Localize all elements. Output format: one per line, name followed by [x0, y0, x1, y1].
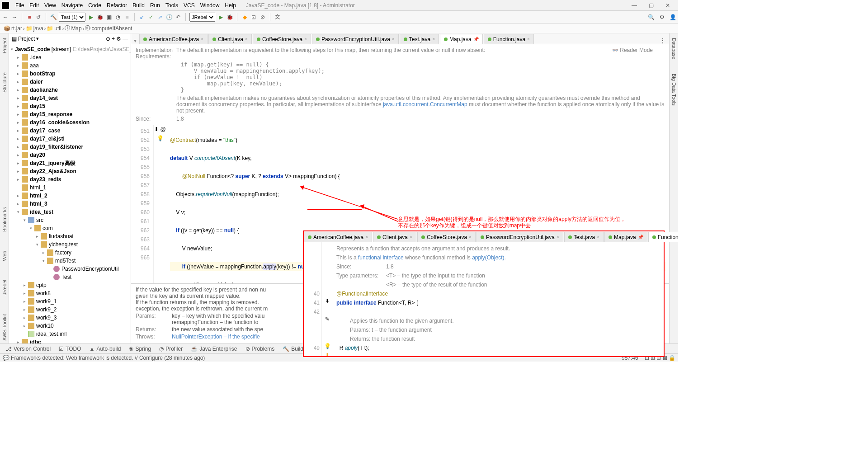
project-header-icon: ▤ — [12, 36, 17, 42]
hammer-icon[interactable]: 🔨 — [50, 14, 57, 21]
icon-gutter: ⬇ @💡 — [154, 125, 166, 283]
btab-vcs[interactable]: ⎇ Version Control — [2, 346, 54, 352]
coverage-icon[interactable]: ▣ — [105, 14, 113, 21]
doc-impl2: The default implementation makes no guar… — [176, 95, 665, 114]
menu-file[interactable]: File — [13, 2, 27, 9]
settings-icon[interactable]: ⚙ — [658, 14, 665, 21]
menu-build[interactable]: Build — [130, 2, 147, 9]
ptab-client[interactable]: Client.java× — [373, 232, 416, 242]
right-tool-strip: Database Big Data Tools — [669, 33, 678, 343]
svg-line-3 — [361, 206, 398, 221]
tab-function[interactable]: Function.java× — [484, 34, 534, 44]
stop2-icon[interactable]: ■ — [123, 14, 131, 21]
crumb-java[interactable]: 📁 java — [26, 25, 43, 32]
nav-back-icon[interactable]: ← — [2, 14, 9, 21]
close-icon[interactable]: ✕ — [663, 2, 673, 9]
avatar-icon[interactable]: 👤 — [669, 14, 676, 21]
status-notify-icon[interactable]: 💬 — [3, 355, 9, 361]
project-tree[interactable]: ▾JavaSE_code [stream] E:\IdeaProjects\Ja… — [9, 44, 131, 343]
ptab-pwd[interactable]: PasswordEncryptionUtil.java× — [476, 232, 563, 242]
debug-icon[interactable]: 🐞 — [96, 14, 104, 21]
annotation-note: 意思就是，如果get(键)得到的是null，那么就使用你的内部类对象的apply… — [398, 216, 626, 229]
menu-run[interactable]: Run — [147, 2, 163, 9]
run-config-select[interactable]: Test (1) — [59, 13, 85, 22]
profile-icon[interactable]: ◔ — [114, 14, 122, 21]
tab-passwordenc[interactable]: PasswordEncryptionUtil.java× — [312, 34, 399, 44]
doc-since: 1.8 — [176, 116, 184, 122]
reader-mode-badge[interactable]: 👓 Reader Mode — [609, 46, 656, 54]
git-rollback-icon[interactable]: ↶ — [175, 14, 182, 21]
git-update-icon[interactable]: ↙ — [138, 14, 146, 21]
menu-vcs[interactable]: VCS — [181, 2, 198, 9]
crumb-map[interactable]: Ⓘ Map — [65, 24, 81, 32]
side-bigdata[interactable]: Big Data Tools — [671, 71, 677, 108]
menu-tools[interactable]: Tools — [163, 2, 181, 9]
btab-todo[interactable]: ☑ TODO — [55, 346, 85, 352]
menu-help[interactable]: Help — [222, 2, 239, 9]
menu-window[interactable]: Window — [198, 2, 222, 9]
side-jrebel[interactable]: JRebel — [2, 277, 7, 298]
menu-edit[interactable]: Edit — [27, 2, 42, 9]
menu-code[interactable]: Code — [85, 2, 104, 9]
translate-icon[interactable]: 文 — [274, 14, 281, 21]
nav-forward-icon[interactable]: → — [11, 14, 18, 21]
btab-problems[interactable]: ⊘ Problems — [242, 346, 278, 352]
crumb-rtjar[interactable]: 📦 rt.jar — [4, 25, 22, 32]
project-collapse-icon[interactable]: ⊙ — [106, 36, 110, 42]
git-history-icon[interactable]: 🕓 — [165, 14, 173, 21]
git-commit-icon[interactable]: ✓ — [147, 14, 155, 21]
jrebel-select[interactable]: JRebel — [189, 13, 215, 22]
tab-test[interactable]: Test.java× — [400, 34, 439, 44]
tabs-dropdown-icon[interactable]: ▾ — [131, 38, 139, 44]
tab-coffeestore[interactable]: CoffeeStore.java× — [253, 34, 311, 44]
ptab-american[interactable]: AmericanCoffee.java× — [304, 232, 372, 242]
project-select-icon[interactable]: ÷ — [112, 36, 115, 42]
menu-view[interactable]: View — [42, 2, 59, 9]
side-web[interactable]: Web — [2, 248, 7, 263]
minimize-icon[interactable]: — — [629, 2, 640, 9]
menu-refactor[interactable]: Refactor — [104, 2, 130, 9]
sync-icon[interactable]: ↺ — [35, 14, 42, 21]
stop-icon[interactable]: ■ — [26, 14, 33, 21]
jrebel-run-icon[interactable]: ▶ — [217, 14, 224, 21]
side-structure[interactable]: Structure — [2, 70, 7, 95]
run-icon[interactable]: ▶ — [87, 14, 94, 21]
popup-icon-gutter: ⬇ ✎ 💡⬇ — [322, 242, 333, 356]
project-settings-icon[interactable]: ⚙ — [116, 36, 121, 42]
app-logo — [2, 2, 9, 9]
crumb-util[interactable]: 📁 util — [47, 25, 61, 32]
menu-navigate[interactable]: Navigate — [59, 2, 85, 9]
btab-profiler[interactable]: ◔ Profiler — [156, 346, 186, 352]
popup-content[interactable]: Represents a function that accepts one a… — [333, 242, 664, 356]
git-push-icon[interactable]: ↗ — [156, 14, 164, 21]
doc-impl-label: Implementation Requirements: — [136, 47, 176, 60]
tool1-icon[interactable]: ⊡ — [250, 14, 257, 21]
tool2-icon[interactable]: ⊘ — [259, 14, 266, 21]
tabs-more-icon[interactable]: ⋮ — [656, 38, 669, 44]
side-project[interactable]: Project — [2, 35, 7, 56]
ptab-function[interactable]: Function.java× — [648, 232, 678, 242]
crumb-method[interactable]: ⓜ computeIfAbsent — [85, 24, 132, 32]
tab-americancoffee[interactable]: AmericanCoffee.java× — [139, 34, 208, 44]
ptab-map[interactable]: Map.java📌 — [604, 232, 647, 242]
doc-since-label: Since: — [136, 116, 176, 122]
project-hide-icon[interactable]: — — [123, 36, 128, 42]
aws-icon[interactable]: ◆ — [241, 14, 248, 21]
search-icon[interactable]: 🔍 — [647, 14, 655, 21]
status-message: Frameworks detected: Web framework is de… — [11, 355, 205, 361]
btab-spring[interactable]: ❀ Spring — [125, 346, 155, 352]
side-database[interactable]: Database — [671, 35, 677, 62]
btab-jee[interactable]: ☕ Java Enterprise — [187, 346, 241, 352]
tab-map[interactable]: Map.java📌 — [440, 34, 483, 44]
tab-client[interactable]: Client.java× — [208, 34, 252, 44]
breadcrumb-bar: 📦 rt.jar › 📁 java › 📁 util › Ⓘ Map › ⓜ c… — [0, 24, 678, 33]
jrebel-debug-icon[interactable]: 🐞 — [226, 14, 233, 21]
ptab-coffee[interactable]: CoffeeStore.java× — [417, 232, 476, 242]
svg-marker-1 — [301, 186, 304, 189]
ptab-test[interactable]: Test.java× — [564, 232, 604, 242]
btab-autobuild[interactable]: ▲ Auto-build — [86, 346, 125, 352]
popup-editor[interactable]: AmericanCoffee.java× Client.java× Coffee… — [303, 230, 665, 357]
side-bookmarks[interactable]: Bookmarks — [2, 204, 7, 235]
side-aws[interactable]: AWS Toolkit — [2, 311, 7, 343]
maximize-icon[interactable]: ▢ — [646, 2, 656, 9]
